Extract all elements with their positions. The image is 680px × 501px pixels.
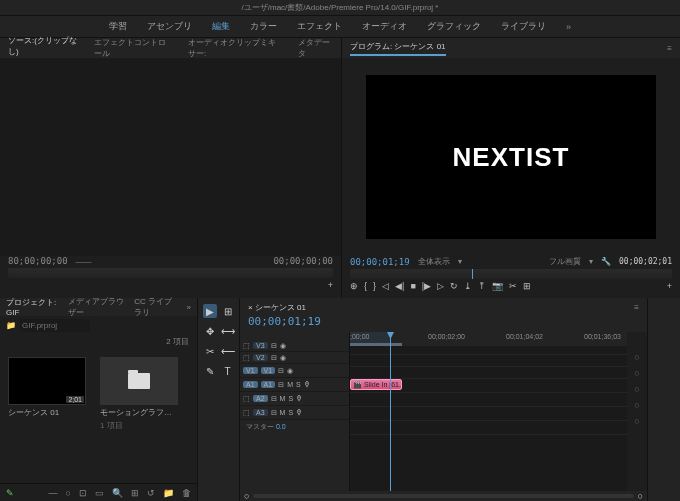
type-tool-icon[interactable]: T (221, 364, 235, 378)
source-monitor[interactable] (0, 58, 341, 256)
src-patch[interactable]: V1 (243, 367, 258, 374)
timeline-zoom-scroll[interactable]: ○○ (240, 491, 647, 501)
icon-view-icon[interactable]: ⊡ (79, 488, 87, 498)
list-view-icon[interactable]: — (49, 488, 58, 498)
goto-out-icon[interactable]: ▷ (437, 281, 444, 291)
freeform-icon[interactable]: ○ (66, 488, 71, 498)
playhead[interactable] (390, 332, 391, 491)
rate-stretch-tool-icon[interactable]: ⟷ (221, 324, 235, 338)
track-header-a1[interactable]: A1A1⊟MS🎙 (240, 378, 349, 392)
program-scrubber[interactable] (350, 269, 672, 279)
ws-effects[interactable]: エフェクト (297, 20, 342, 33)
source-add-button-icon[interactable]: + (328, 280, 333, 290)
ws-learn[interactable]: 学習 (109, 20, 127, 33)
src-patch[interactable]: ⬚ (243, 409, 250, 417)
loop-icon[interactable]: ↻ (450, 281, 458, 291)
slip-tool-icon[interactable]: ⟵ (221, 344, 235, 358)
ws-editing[interactable]: 編集 (212, 20, 230, 33)
mark-in-icon[interactable]: { (364, 281, 367, 291)
new-bin-icon[interactable]: 📁 (163, 488, 174, 498)
step-back-icon[interactable]: ◀| (395, 281, 404, 291)
track-header-v2[interactable]: ⬚V2⊟◉ (240, 352, 349, 364)
tl-opt-icon[interactable]: ○ (634, 400, 639, 410)
ws-audio[interactable]: オーディオ (362, 20, 407, 33)
master-track[interactable]: マスター 0.0 (240, 420, 349, 434)
extract-icon[interactable]: ⤒ (478, 281, 486, 291)
trash-icon[interactable]: 🗑 (182, 488, 191, 498)
source-tc-out: 00;00;00;00 (273, 256, 333, 266)
wrench-icon[interactable]: 🔧 (601, 257, 611, 266)
ws-color[interactable]: カラー (250, 20, 277, 33)
timeline-tracks[interactable]: ;00;00 00;00;02;00 00;01;04;02 00;01;36;… (350, 332, 627, 491)
program-quality[interactable]: フル画質 (549, 256, 581, 267)
add-marker-icon[interactable]: ⊕ (350, 281, 358, 291)
project-item-sequence[interactable]: 2;01 シーケンス 01 (8, 357, 86, 475)
comparison-icon[interactable]: ✂ (509, 281, 517, 291)
program-tab[interactable]: プログラム: シーケンス 01 (350, 41, 446, 56)
project-panel: プロジェクト: GIF メディアブラウザー CC ライブラリ » 📁 2 項目 … (0, 298, 198, 501)
project-toolbar: ✎ — ○ ⊡ ▭ 🔍 ⊞ ↺ 📁 🗑 (0, 483, 197, 501)
src-patch[interactable]: ⬚ (243, 354, 250, 362)
track-header-v3[interactable]: ⬚V3⊟◉ (240, 340, 349, 352)
source-scrubber[interactable] (8, 268, 333, 278)
track-select-tool-icon[interactable]: ⊞ (221, 304, 235, 318)
program-tc[interactable]: 00;00;01;19 (350, 257, 410, 267)
lift-icon[interactable]: ⤓ (464, 281, 472, 291)
src-patch[interactable]: A1 (243, 381, 258, 388)
item-sub-label: 1 項目 (100, 420, 178, 431)
tl-panel-menu-icon[interactable]: ≡ (634, 303, 639, 312)
thumb-slider-icon[interactable]: ▭ (95, 488, 104, 498)
tl-opt-icon[interactable]: ○ (634, 384, 639, 394)
tab-effect-controls[interactable]: エフェクトコントロール (94, 37, 172, 59)
src-patch[interactable]: ⬚ (243, 342, 250, 350)
ws-assembly[interactable]: アセンブリ (147, 20, 192, 33)
project-item-bin[interactable]: モーショングラフィック... 1 項目 (100, 357, 178, 475)
project-search-input[interactable] (20, 319, 90, 332)
safe-margin-icon[interactable]: ⊞ (523, 281, 531, 291)
tl-opt-icon[interactable]: ○ (634, 368, 639, 378)
item-label: モーショングラフィック... (100, 407, 178, 418)
source-tc-in[interactable]: 80;00;00;00 (8, 256, 68, 266)
export-frame-icon[interactable]: 📷 (492, 281, 503, 291)
ws-libraries[interactable]: ライブラリ (501, 20, 546, 33)
tl-opt-icon[interactable]: ○ (634, 352, 639, 362)
new-item-icon[interactable]: ⊞ (131, 488, 139, 498)
button-editor-icon[interactable]: + (667, 281, 672, 291)
sequence-tab[interactable]: × シーケンス 01 (248, 302, 306, 313)
tab-metadata[interactable]: メタデータ (298, 37, 333, 59)
track-header-a2[interactable]: ⬚A2⊟MS🎙 (240, 392, 349, 406)
timeline-clip[interactable]: 🎬 Slide In [61.67%] (350, 379, 402, 390)
razor-tool-icon[interactable]: ✂ (203, 344, 217, 358)
pen-tool-icon[interactable]: ✎ (203, 364, 217, 378)
step-fwd-icon[interactable]: |▶ (422, 281, 431, 291)
ws-overflow-icon[interactable]: » (566, 22, 571, 32)
source-fit[interactable]: —— (76, 257, 92, 266)
mark-out-icon[interactable]: } (373, 281, 376, 291)
track-header-a3[interactable]: ⬚A3⊟MS🎙 (240, 406, 349, 420)
selection-tool-icon[interactable]: ▶ (203, 304, 217, 318)
src-patch[interactable]: ⬚ (243, 395, 250, 403)
tab-audio-mixer[interactable]: オーディオクリップミキサー: (188, 37, 282, 59)
tab-cc-libraries[interactable]: CC ライブラリ (134, 296, 176, 318)
play-icon[interactable]: ■ (410, 281, 415, 291)
program-duration: 00;00;02;01 (619, 257, 672, 266)
ws-graphics[interactable]: グラフィック (427, 20, 481, 33)
program-monitor[interactable]: NEXTIST (366, 75, 656, 239)
pen-icon[interactable]: ✎ (6, 488, 14, 498)
track-header-v1[interactable]: V1V1⊟◉ (240, 364, 349, 378)
panel-menu-icon[interactable]: ≡ (667, 44, 672, 53)
automate-icon[interactable]: ↺ (147, 488, 155, 498)
bin-icon[interactable]: 📁 (6, 321, 16, 330)
audio-meters[interactable] (648, 298, 680, 501)
goto-in-icon[interactable]: ◁ (382, 281, 389, 291)
window-title: /ユーザ/mac/書類/Adobe/Premiere Pro/14.0/GIF.… (0, 0, 680, 16)
proj-tabs-overflow-icon[interactable]: » (187, 303, 191, 312)
tab-project[interactable]: プロジェクト: GIF (6, 297, 58, 317)
tl-opt-icon[interactable]: ○ (634, 416, 639, 426)
ripple-tool-icon[interactable]: ✥ (203, 324, 217, 338)
program-zoom[interactable]: 全体表示 (418, 256, 450, 267)
tab-media-browser[interactable]: メディアブラウザー (68, 296, 125, 318)
timeline-tc[interactable]: 00;00;01;19 (248, 315, 639, 328)
tools-panel: ▶⊞ ✥⟷ ✂⟵ ✎T (198, 298, 240, 501)
search-icon[interactable]: 🔍 (112, 488, 123, 498)
